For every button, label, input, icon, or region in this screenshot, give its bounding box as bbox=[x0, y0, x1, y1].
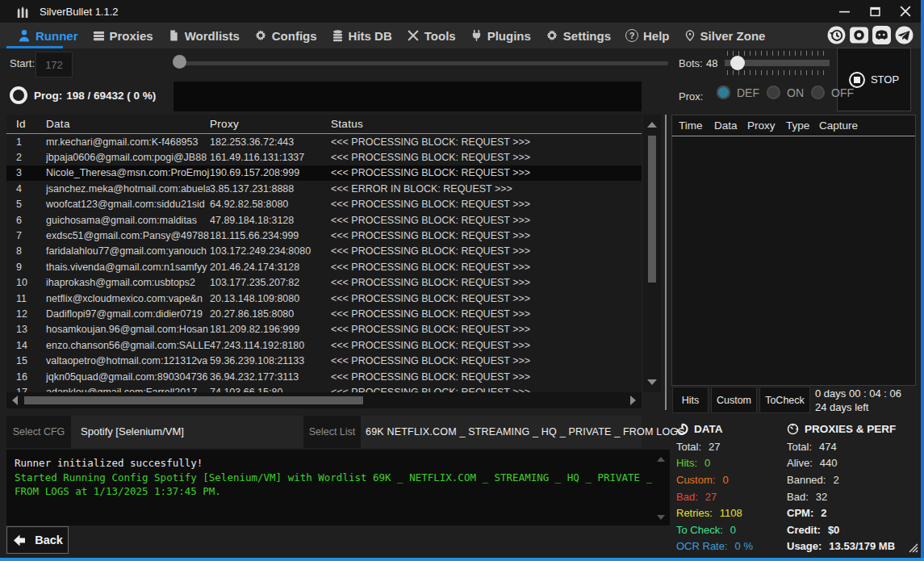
cell-data: mr.kechari@gmail.com:K-f468953 bbox=[46, 136, 210, 148]
cell-data: Dadiflopi97@gmail.com:didier0719 bbox=[46, 308, 210, 320]
progress-slider-handle[interactable] bbox=[173, 55, 186, 69]
menu-wordlists[interactable]: Wordlists bbox=[168, 29, 240, 43]
table-row[interactable]: 6 guichosama@gmail.com:malditas 47.89.18… bbox=[6, 212, 642, 228]
scroll-up-icon[interactable] bbox=[647, 122, 657, 128]
cell-proxy: 20.27.86.185:8080 bbox=[210, 308, 331, 320]
table-row[interactable]: 4 jsanchez.meka@hotmail.com:abuela 3.85.… bbox=[6, 181, 642, 196]
bots-slider-ticks-bottom bbox=[727, 70, 829, 75]
tab-tocheck[interactable]: ToCheck bbox=[759, 387, 810, 413]
resize-grip[interactable] bbox=[905, 540, 918, 555]
table-row[interactable]: 2 jbpaja0606@gmail.com:pogi@JB88 161.49.… bbox=[6, 149, 642, 165]
table-row[interactable]: 7 exdsc51@gmail.com:Pansy@49788 181.115.… bbox=[6, 228, 642, 243]
stat-label: Usage: bbox=[787, 540, 822, 552]
scroll-left-icon[interactable] bbox=[12, 396, 18, 405]
tab-hits[interactable]: Hits bbox=[672, 387, 709, 413]
stat-value: 0 bbox=[704, 457, 710, 469]
table-row[interactable]: 16 jqkn05quad@gmail.com:890304736 36.94.… bbox=[6, 369, 642, 384]
cell-id: 11 bbox=[6, 293, 46, 304]
start-label: Start: bbox=[10, 57, 35, 69]
cell-id: 5 bbox=[6, 199, 46, 210]
stat-label: Total: bbox=[676, 441, 701, 453]
menu-help[interactable]: ? Help bbox=[625, 29, 670, 43]
tab-custom[interactable]: Custom bbox=[711, 387, 757, 413]
log-scroll-down-icon[interactable] bbox=[657, 515, 665, 520]
cell-id: 13 bbox=[6, 324, 46, 335]
map-pin-icon bbox=[684, 29, 696, 42]
table-row[interactable]: 11 netflix@xcloudmexico.com:vape&n 20.13… bbox=[6, 291, 642, 306]
table-row[interactable]: 9 thais.vivenda@gmail.com:n1samfyy 201.4… bbox=[6, 259, 642, 274]
vertical-scrollbar-thumb[interactable] bbox=[648, 136, 656, 283]
pie-chart-icon bbox=[676, 423, 688, 435]
table-row[interactable]: 5 woofcat123@gmail.com:siddu21sid 64.92.… bbox=[6, 197, 642, 212]
scroll-right-icon[interactable] bbox=[630, 396, 636, 405]
start-input[interactable] bbox=[36, 52, 73, 77]
prox-radio-option[interactable]: ON bbox=[767, 86, 804, 99]
menu-tools[interactable]: Tools bbox=[407, 29, 456, 43]
telegram-icon[interactable] bbox=[894, 25, 914, 45]
table-row[interactable]: 14 enzo.chanson56@gmail.com:SALLE 47.243… bbox=[6, 337, 642, 353]
maximize-icon[interactable] bbox=[869, 6, 880, 17]
horizontal-scrollbar[interactable] bbox=[6, 392, 642, 408]
progress-text: Prog: 198 / 69432 ( 0 %) bbox=[34, 90, 156, 102]
table-row[interactable]: 12 Dadiflopi97@gmail.com:didier0719 20.2… bbox=[6, 306, 642, 321]
table-row[interactable]: 10 ihaprokash@gmail.com:usbtops2 103.177… bbox=[6, 275, 642, 291]
stat-value: 27 bbox=[709, 441, 720, 453]
table-row[interactable]: 1 mr.kechari@gmail.com:K-f468953 182.253… bbox=[6, 134, 642, 149]
discord-icon[interactable] bbox=[872, 25, 892, 45]
table-row[interactable]: 8 faridalahlou77@gmail.com:yanouch 103.1… bbox=[6, 244, 642, 259]
table-row[interactable]: 15 valtaopetro@hotmail.com:121312va 59.3… bbox=[6, 353, 642, 368]
cell-data: faridalahlou77@gmail.com:yanouch bbox=[46, 245, 210, 257]
menu-hitsdb[interactable]: Hits DB bbox=[332, 29, 392, 43]
menu-configs[interactable]: Configs bbox=[254, 29, 317, 43]
minimize-icon[interactable] bbox=[838, 6, 850, 17]
back-button[interactable]: Back bbox=[6, 526, 69, 554]
panel-splitter[interactable] bbox=[665, 115, 667, 410]
col-header-proxy: Proxy bbox=[210, 118, 331, 130]
horizontal-scrollbar-thumb[interactable] bbox=[24, 396, 363, 404]
select-cfg-button[interactable]: Select CFG bbox=[6, 416, 71, 448]
menu-runner[interactable]: Runner bbox=[18, 29, 78, 43]
vertical-scrollbar[interactable] bbox=[643, 115, 661, 392]
progress-slider-track[interactable] bbox=[174, 61, 668, 65]
table-row[interactable]: 13 hosamkoujan.96@gmail.com:Hosan 181.20… bbox=[6, 322, 642, 337]
cell-data: Nicole_Theresa@msn.com:ProEmoji bbox=[46, 167, 210, 178]
prox-radio-option[interactable]: DEF bbox=[717, 86, 759, 99]
prox-radio-label: OFF bbox=[831, 86, 854, 99]
stat-label: OCR Rate: bbox=[676, 540, 728, 552]
menu-settings[interactable]: Settings bbox=[546, 29, 611, 43]
progress-ring-icon bbox=[10, 86, 27, 104]
cell-proxy: 181.209.82.196:999 bbox=[210, 324, 331, 335]
stat-label: Bad: bbox=[676, 491, 698, 503]
menu-bar: Runner Proxies Wordlists Configs Hits DB bbox=[0, 23, 924, 48]
table-row[interactable]: 3 Nicole_Theresa@msn.com:ProEmoji 190.69… bbox=[6, 165, 642, 181]
close-icon[interactable] bbox=[900, 6, 911, 17]
menu-silver-zone[interactable]: Silver Zone bbox=[684, 29, 766, 43]
progress-bar bbox=[174, 82, 642, 111]
cell-id: 2 bbox=[6, 152, 46, 163]
stat-label: Alive: bbox=[787, 457, 813, 469]
menu-wordlists-label: Wordlists bbox=[185, 29, 240, 43]
data-stats-list: Total: 27 Hits: 0 Custom: 0 Bad: 27 bbox=[676, 438, 783, 555]
radio-icon bbox=[717, 86, 730, 99]
scroll-down-icon[interactable] bbox=[647, 379, 657, 385]
history-icon[interactable] bbox=[826, 25, 847, 45]
cell-status: <<< PROCESSING BLOCK: REQUEST >>> bbox=[331, 308, 642, 320]
table-header: Id Data Proxy Status bbox=[6, 115, 642, 134]
bots-slider-handle[interactable] bbox=[730, 56, 745, 70]
proxies-stats-header: PROXIES & PERF bbox=[787, 420, 920, 438]
log-scroll-up-icon[interactable] bbox=[657, 457, 665, 462]
stat-value: 13.53/179 MB bbox=[829, 540, 895, 552]
cell-data: jqkn05quad@gmail.com:890304736 bbox=[46, 371, 210, 383]
table-row[interactable]: 17 adanklou@gmail.com:Farrell2017 74.103… bbox=[6, 384, 642, 392]
stop-button[interactable]: STOP bbox=[837, 48, 911, 111]
menu-proxies[interactable]: Proxies bbox=[93, 29, 153, 43]
elapsed-time: 0 days 00 : 04 : 06 bbox=[815, 387, 901, 400]
stat-value: 2 bbox=[821, 507, 826, 519]
camera-icon[interactable] bbox=[849, 25, 869, 45]
cell-status: <<< PROCESSING BLOCK: REQUEST >>> bbox=[331, 245, 642, 257]
stat-value: 440 bbox=[820, 457, 838, 469]
prox-radio-option[interactable]: OFF bbox=[811, 86, 854, 99]
select-list-button[interactable]: Select List bbox=[303, 416, 361, 448]
bots-slider-ticks-top bbox=[727, 51, 829, 56]
menu-plugins[interactable]: Plugins bbox=[470, 29, 531, 43]
